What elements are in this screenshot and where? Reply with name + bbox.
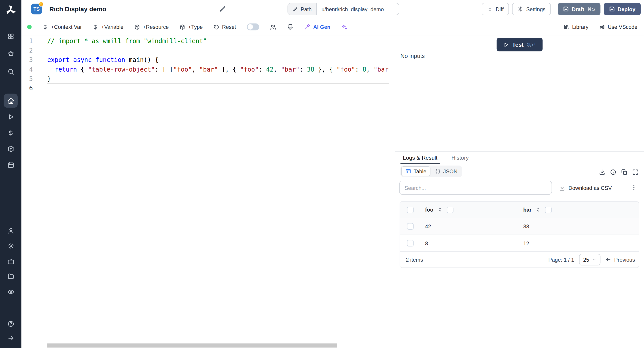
code-line-5[interactable]: } xyxy=(47,74,389,84)
expand-result-icon[interactable] xyxy=(632,169,639,175)
toolbar-context-var-button[interactable]: +Context Var xyxy=(42,24,82,30)
column-header-foo: foo xyxy=(425,207,433,213)
tab-history[interactable]: History xyxy=(452,152,469,164)
sidebar-item-variables[interactable] xyxy=(4,126,18,140)
settings-button[interactable]: Settings xyxy=(512,3,551,15)
result-table-footer: 2 items Page: 1 / 1 25 Previous xyxy=(400,252,639,268)
path-control[interactable]: Path u/henri/rich_display_demo xyxy=(288,3,399,15)
cell-bar: 12 xyxy=(523,240,529,246)
page-size-select[interactable]: 25 xyxy=(579,254,600,265)
row-checkbox[interactable] xyxy=(407,240,414,246)
tab-logs-result[interactable]: Logs & Result xyxy=(403,152,438,164)
line-number-1: 1 xyxy=(22,36,33,46)
chevron-down-icon xyxy=(592,258,596,262)
sort-bar-icon[interactable] xyxy=(536,207,541,212)
column-checkbox-foo[interactable] xyxy=(447,206,454,213)
library-label: Library xyxy=(572,24,588,30)
play-icon xyxy=(503,42,509,48)
view-table-label: Table xyxy=(414,168,426,174)
toolbar-add-buttons: +Context Var+Variable+Resource+TypeReset xyxy=(42,24,236,30)
path-value[interactable]: u/henri/rich_display_demo xyxy=(317,3,399,15)
table-options-kebab[interactable] xyxy=(629,182,639,192)
sidebar-item-resources[interactable] xyxy=(4,142,18,156)
arrow-right-icon xyxy=(7,334,14,342)
format-brush-icon[interactable] xyxy=(287,24,294,30)
toolbar-reset-button[interactable]: Reset xyxy=(213,24,236,30)
calendar-icon xyxy=(7,161,14,168)
sidebar-item-apps[interactable] xyxy=(4,29,18,43)
path-label: Path xyxy=(300,6,312,12)
sidebar-item-search[interactable] xyxy=(4,64,18,78)
sidebar-item-schedules[interactable] xyxy=(4,158,18,172)
table-row[interactable]: 812 xyxy=(400,235,639,252)
briefcase-icon xyxy=(7,258,14,265)
editor-code[interactable]: // import * as wmill from "windmill-clie… xyxy=(47,36,389,93)
download-result-icon[interactable] xyxy=(599,169,605,175)
draft-button[interactable]: Draft ⌘S xyxy=(558,3,600,15)
toolbar-resource-button[interactable]: +Resource xyxy=(134,24,169,30)
deploy-button[interactable]: Deploy xyxy=(604,3,641,15)
table-search-input[interactable] xyxy=(399,181,552,194)
previous-page-button[interactable]: Previous xyxy=(606,256,635,263)
diff-label: Diff xyxy=(496,6,504,12)
column-checkbox-bar[interactable] xyxy=(545,206,552,213)
line-number-6: 6 xyxy=(22,84,33,93)
sidebar-item-audit-logs[interactable] xyxy=(4,285,18,298)
path-pencil-icon xyxy=(292,6,298,12)
line-number-5: 5 xyxy=(22,74,33,84)
line-number-3: 3 xyxy=(22,56,33,65)
code-line-3[interactable]: export async function main() { xyxy=(47,56,389,65)
multiplayer-users-icon[interactable] xyxy=(270,24,276,30)
code-editor[interactable]: 123456 // import * as wmill from "windmi… xyxy=(22,36,395,348)
toolbar-type-button[interactable]: +Type xyxy=(179,24,202,30)
sidebar-item-collapse[interactable] xyxy=(4,331,18,345)
sidebar-item-help[interactable] xyxy=(4,317,18,330)
diff-button[interactable]: Diff xyxy=(482,3,509,15)
braces-icon xyxy=(435,168,441,174)
grid-icon xyxy=(7,33,14,40)
header-actions: Diff Settings Draft ⌘S Deploy xyxy=(482,3,641,15)
info-icon[interactable] xyxy=(610,169,616,175)
view-table-button[interactable]: Table xyxy=(401,166,430,176)
select-all-checkbox[interactable] xyxy=(407,206,414,213)
sparkles-icon[interactable] xyxy=(341,24,347,30)
windmill-logo-icon[interactable] xyxy=(4,4,17,16)
editor-horizontal-scrollbar[interactable] xyxy=(47,344,337,348)
ai-gen-label: AI Gen xyxy=(313,24,330,30)
library-button[interactable]: Library xyxy=(564,24,588,30)
view-json-button[interactable]: JSON xyxy=(431,166,461,176)
code-line-4[interactable]: return { "table-row-object": [ ["foo", "… xyxy=(47,65,389,74)
mode-toggle[interactable] xyxy=(247,24,259,30)
sidebar-item-home[interactable] xyxy=(4,94,18,108)
line-number-2: 2 xyxy=(22,46,33,56)
sidebar-item-instance-settings[interactable] xyxy=(4,239,18,252)
code-line-2[interactable] xyxy=(47,46,389,56)
vscode-icon xyxy=(599,24,605,30)
test-button[interactable]: Test ⌘↵ xyxy=(497,38,542,52)
sidebar-item-users[interactable] xyxy=(4,224,18,237)
copy-result-icon[interactable] xyxy=(621,169,628,175)
download-csv-button[interactable]: Download as CSV xyxy=(559,181,612,194)
sidebar-item-favorites[interactable] xyxy=(4,46,18,60)
use-vscode-button[interactable]: Use VScode xyxy=(599,24,637,30)
cell-foo: 8 xyxy=(425,240,428,246)
ai-gen-button[interactable]: AI Gen xyxy=(304,24,330,30)
app-window: TS Rich Display demo Path u/henri/rich_d… xyxy=(0,0,644,348)
sidebar-item-workers[interactable] xyxy=(4,254,18,268)
header: TS Rich Display demo Path u/henri/rich_d… xyxy=(22,0,644,18)
code-line-6[interactable] xyxy=(47,84,389,93)
toolbar-variable-button[interactable]: +Variable xyxy=(92,24,124,30)
table-row[interactable]: 4238 xyxy=(400,218,639,235)
sort-foo-icon[interactable] xyxy=(438,207,443,212)
code-line-1[interactable]: // import * as wmill from "windmill-clie… xyxy=(47,36,389,46)
package-icon xyxy=(179,24,185,30)
badge-sticker xyxy=(39,2,44,6)
cell-foo: 42 xyxy=(425,223,431,230)
sidebar-item-runs[interactable] xyxy=(4,110,18,124)
row-checkbox[interactable] xyxy=(407,223,414,230)
use-vscode-label: Use VScode xyxy=(608,24,638,30)
download-csv-label: Download as CSV xyxy=(568,185,612,191)
sidebar-item-folders[interactable] xyxy=(4,269,18,283)
edit-title-button[interactable] xyxy=(219,6,226,12)
script-title: Rich Display demo xyxy=(49,5,106,13)
